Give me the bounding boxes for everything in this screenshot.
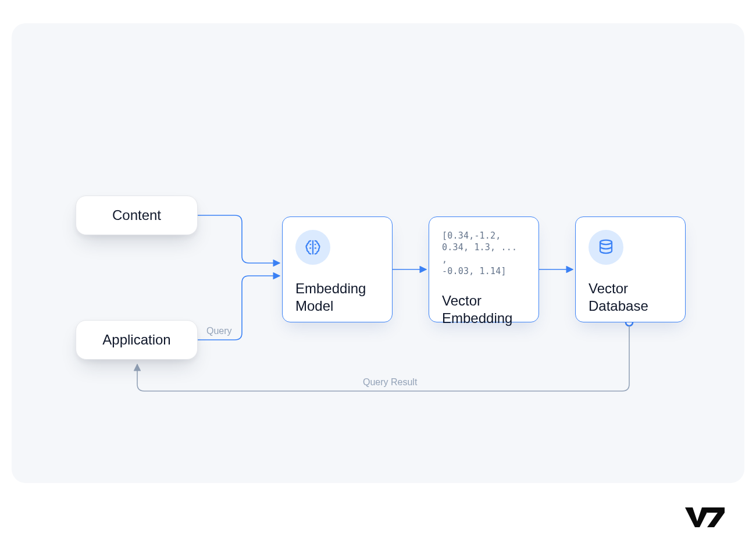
node-embedding-title-1: Embedding bbox=[295, 280, 380, 297]
brain-icon bbox=[295, 230, 330, 265]
node-db-title-2: Database bbox=[589, 297, 673, 315]
vector-sample-text: [0.34,-1.2, 0.34, 1.3, ... , -0.03, 1.14… bbox=[442, 230, 527, 277]
edge-label-result: Query Result bbox=[363, 377, 417, 388]
brand-logo bbox=[684, 505, 726, 531]
node-embedding-model: Embedding Model bbox=[282, 216, 393, 322]
node-db-title-1: Vector bbox=[589, 280, 673, 297]
node-application: Application bbox=[76, 320, 198, 360]
node-vector-embedding: [0.34,-1.2, 0.34, 1.3, ... , -0.03, 1.14… bbox=[429, 216, 539, 322]
node-content: Content bbox=[76, 196, 198, 235]
node-vector-database: Vector Database bbox=[575, 216, 686, 322]
node-content-label: Content bbox=[112, 207, 161, 223]
edge-label-query: Query bbox=[206, 326, 232, 336]
node-vector-title-2: Embedding bbox=[442, 310, 527, 327]
svg-point-1 bbox=[600, 240, 612, 245]
diagram-canvas: Content Application Embedding Model [0.3… bbox=[12, 23, 744, 483]
database-icon bbox=[589, 230, 623, 265]
node-embedding-title-2: Model bbox=[295, 297, 380, 315]
node-vector-title-1: Vector bbox=[442, 292, 527, 310]
node-application-label: Application bbox=[102, 332, 170, 348]
